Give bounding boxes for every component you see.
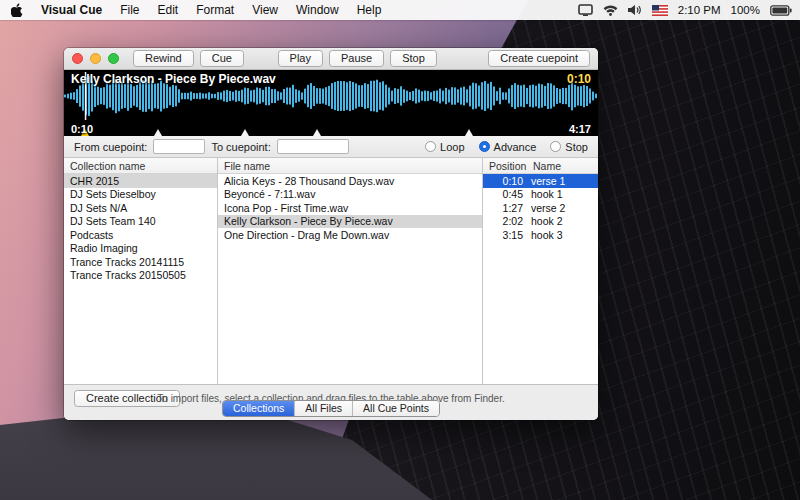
battery-icon[interactable] bbox=[770, 5, 792, 16]
from-cuepoint-input[interactable] bbox=[153, 139, 205, 154]
from-cuepoint-label: From cuepoint: bbox=[74, 141, 147, 153]
radio-loop[interactable]: Loop bbox=[425, 141, 464, 153]
tab-all-files[interactable]: All Files bbox=[295, 401, 353, 416]
collection-row[interactable]: DJ Sets N/A bbox=[64, 201, 217, 215]
close-window-button[interactable] bbox=[72, 53, 83, 64]
input-language-flag-icon[interactable] bbox=[652, 5, 668, 16]
menu-edit[interactable]: Edit bbox=[148, 3, 187, 17]
radio-advance[interactable]: Advance bbox=[479, 141, 537, 153]
menu-format[interactable]: Format bbox=[187, 3, 243, 17]
menu-view[interactable]: View bbox=[243, 3, 287, 17]
file-row[interactable]: Beyoncé - 7:11.wav bbox=[218, 188, 482, 202]
collection-row[interactable]: CHR 2015 bbox=[64, 174, 217, 188]
name-column-header[interactable]: Name bbox=[533, 160, 561, 172]
cuepoint-controls: From cuepoint: To cuepoint: Loop Advance… bbox=[64, 136, 598, 158]
cuepoints-list: 0:10verse 10:45hook 11:27verse 22:02hook… bbox=[483, 174, 598, 384]
view-segmented-control: Collections All Files All Cue Points bbox=[222, 400, 440, 417]
menu-bar: Visual Cue File Edit Format View Window … bbox=[0, 0, 800, 20]
apple-menu-icon[interactable] bbox=[10, 3, 24, 17]
radio-stop[interactable]: Stop bbox=[550, 141, 588, 153]
position-column-header[interactable]: Position bbox=[489, 160, 533, 172]
cuepoint-row[interactable]: 0:45hook 1 bbox=[483, 188, 598, 202]
stop-button[interactable]: Stop bbox=[390, 50, 437, 67]
file-row[interactable]: One Direction - Drag Me Down.wav bbox=[218, 228, 482, 242]
cuepoint-row[interactable]: 0:10verse 1 bbox=[483, 174, 598, 188]
playback-mode-radio-group: Loop Advance Stop bbox=[425, 141, 588, 153]
browser-tables: Collection name CHR 2015DJ Sets Dieselbo… bbox=[64, 158, 598, 385]
menu-help[interactable]: Help bbox=[348, 3, 391, 17]
pause-button[interactable]: Pause bbox=[329, 50, 384, 67]
to-cuepoint-input[interactable] bbox=[277, 139, 349, 154]
collection-row[interactable]: Trance Tracks 20141115 bbox=[64, 255, 217, 269]
menu-app-name[interactable]: Visual Cue bbox=[32, 3, 111, 17]
files-list: Alicia Keys - 28 Thousand Days.wavBeyonc… bbox=[218, 174, 482, 384]
collection-row[interactable]: DJ Sets Team 140 bbox=[64, 215, 217, 229]
track-title: Kelly Clarkson - Piece By Piece.wav bbox=[71, 72, 276, 86]
minimize-window-button[interactable] bbox=[90, 53, 101, 64]
collections-list: CHR 2015DJ Sets DieselboyDJ Sets N/ADJ S… bbox=[64, 174, 217, 384]
wifi-icon[interactable] bbox=[603, 5, 618, 16]
visual-cue-window: Rewind Cue Play Pause Stop Create cuepoi… bbox=[64, 48, 598, 420]
tab-all-cue-points[interactable]: All Cue Points bbox=[353, 401, 439, 416]
files-header[interactable]: File name bbox=[218, 158, 482, 174]
menu-file[interactable]: File bbox=[111, 3, 148, 17]
radio-stop-dot bbox=[550, 141, 561, 152]
menu-clock[interactable]: 2:10 PM bbox=[678, 4, 721, 16]
cuepoint-row[interactable]: 3:15hook 3 bbox=[483, 228, 598, 242]
cuepoint-row[interactable]: 1:27verse 2 bbox=[483, 201, 598, 215]
total-time-label: 4:17 bbox=[569, 123, 591, 135]
collections-header[interactable]: Collection name bbox=[64, 158, 217, 174]
play-button[interactable]: Play bbox=[278, 50, 323, 67]
waveform-display[interactable]: Kelly Clarkson - Piece By Piece.wav 0:10… bbox=[64, 70, 598, 136]
display-mirroring-icon[interactable] bbox=[578, 4, 593, 16]
window-toolbar: Rewind Cue Play Pause Stop Create cuepoi… bbox=[64, 48, 598, 70]
elapsed-time-label: 0:10 bbox=[71, 123, 93, 135]
rewind-button[interactable]: Rewind bbox=[133, 50, 194, 67]
files-pane: File name Alicia Keys - 28 Thousand Days… bbox=[218, 158, 483, 384]
tab-collections[interactable]: Collections bbox=[223, 401, 295, 416]
current-time-label: 0:10 bbox=[567, 72, 591, 86]
file-row[interactable]: Alicia Keys - 28 Thousand Days.wav bbox=[218, 174, 482, 188]
create-cuepoint-button[interactable]: Create cuepoint bbox=[488, 50, 590, 67]
menu-window[interactable]: Window bbox=[287, 3, 348, 17]
to-cuepoint-label: To cuepoint: bbox=[211, 141, 270, 153]
collection-row[interactable]: Trance Tracks 20150505 bbox=[64, 269, 217, 283]
radio-loop-dot bbox=[425, 141, 436, 152]
file-row[interactable]: Kelly Clarkson - Piece By Piece.wav bbox=[218, 215, 482, 229]
cue-button[interactable]: Cue bbox=[200, 50, 244, 67]
window-footer: Create collection To import files, selec… bbox=[64, 385, 598, 420]
collections-pane: Collection name CHR 2015DJ Sets Dieselbo… bbox=[64, 158, 218, 384]
cuepoints-pane: Position Name 0:10verse 10:45hook 11:27v… bbox=[483, 158, 598, 384]
collection-row[interactable]: Podcasts bbox=[64, 228, 217, 242]
radio-advance-dot bbox=[479, 141, 490, 152]
cuepoint-row[interactable]: 2:02hook 2 bbox=[483, 215, 598, 229]
collection-row[interactable]: DJ Sets Dieselboy bbox=[64, 188, 217, 202]
file-row[interactable]: Icona Pop - First Time.wav bbox=[218, 201, 482, 215]
volume-icon[interactable] bbox=[628, 4, 642, 16]
cuepoints-header: Position Name bbox=[483, 158, 598, 174]
collection-row[interactable]: Radio Imaging bbox=[64, 242, 217, 256]
zoom-window-button[interactable] bbox=[108, 53, 119, 64]
battery-percentage: 100% bbox=[731, 4, 760, 16]
